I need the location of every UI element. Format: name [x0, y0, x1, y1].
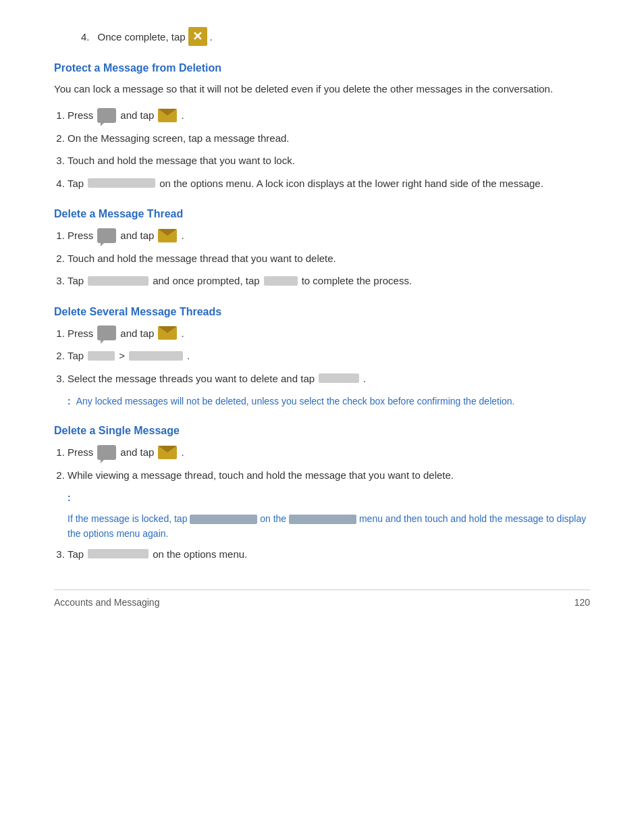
delete-several-placeholder-1 [88, 351, 115, 361]
delete-several-step-1: Press and tap . [68, 325, 590, 342]
delete-thread-step-3: Tap and once prompted, tap to complete t… [68, 272, 590, 290]
note-colon-1: : [68, 394, 71, 409]
delete-single-step-2: While viewing a message thread, touch an… [68, 467, 590, 484]
protect-steps: Press and tap . On the Messaging screen,… [68, 107, 590, 192]
section-delete-several: Delete Several Message Threads Press and… [54, 306, 590, 409]
delete-thread-steps: Press and tap . Touch and hold the messa… [68, 227, 590, 290]
delete-thread-step-1: Press and tap . [68, 227, 590, 244]
cross-envelope-icon: ✕ [188, 27, 207, 46]
top-step-4: 4. Once complete, tap ✕ . [54, 27, 590, 46]
section-delete-thread: Delete a Message Thread Press and tap . … [54, 208, 590, 290]
delete-several-note: : Any locked messages will not be delete… [68, 394, 590, 409]
footer: Accounts and Messaging 120 [54, 590, 590, 608]
footer-left: Accounts and Messaging [54, 597, 159, 608]
delete-thread-step-2: Touch and hold the message thread that y… [68, 250, 590, 267]
envelope-icon-4 [158, 446, 177, 459]
delete-several-step-2: Tap > . [68, 347, 590, 365]
delete-single-step-1: Press and tap . [68, 444, 590, 461]
delete-several-placeholder-2 [129, 351, 183, 361]
note-text-1: Any locked messages will not be deleted,… [76, 394, 515, 409]
sms-icon-1 [97, 108, 116, 123]
sms-icon-2 [97, 228, 116, 243]
section-delete-single-title: Delete a Single Message [54, 425, 590, 437]
section-delete-several-title: Delete Several Message Threads [54, 306, 590, 318]
step-text-after: . [210, 31, 213, 43]
delete-thread-placeholder-1 [88, 276, 149, 286]
protect-step-2: On the Messaging screen, tap a message t… [68, 130, 590, 147]
step-text: Once complete, tap [98, 31, 186, 43]
step-number: 4. [81, 31, 90, 43]
single-note-placeholder-1 [190, 515, 257, 524]
envelope-icon-2 [158, 229, 177, 242]
section-protect: Protect a Message from Deletion You can … [54, 62, 590, 192]
section-protect-title: Protect a Message from Deletion [54, 62, 590, 74]
section-delete-single: Delete a Single Message Press and tap . … [54, 425, 590, 563]
delete-several-steps: Press and tap . Tap > . Select the messa… [68, 325, 590, 388]
protect-step-1: Press and tap . [68, 107, 590, 124]
delete-single-note: : If the message is locked, tap on the m… [68, 490, 590, 541]
protect-step-3: Touch and hold the message that you want… [68, 152, 590, 170]
note-colon-2: : [68, 490, 71, 505]
protect-step-4: Tap on the options menu. A lock icon dis… [68, 175, 590, 192]
delete-single-steps: Press and tap . While viewing a message … [68, 444, 590, 484]
delete-single-step-3: Tap on the options menu. [68, 546, 590, 563]
delete-several-placeholder-3 [319, 373, 359, 383]
section-protect-intro: You can lock a message so that it will n… [54, 81, 590, 97]
single-step3-placeholder [88, 549, 149, 558]
protect-placeholder [88, 178, 155, 188]
footer-right: 120 [574, 597, 590, 608]
envelope-icon-1 [158, 109, 177, 122]
sms-icon-3 [97, 325, 116, 340]
single-note-placeholder-2 [289, 515, 356, 524]
delete-thread-placeholder-2 [264, 276, 298, 286]
envelope-icon-3 [158, 326, 177, 340]
section-delete-thread-title: Delete a Message Thread [54, 208, 590, 220]
delete-several-step-3: Select the message threads you want to d… [68, 370, 590, 388]
sms-icon-4 [97, 445, 116, 460]
delete-single-steps-2: Tap on the options menu. [68, 546, 590, 563]
